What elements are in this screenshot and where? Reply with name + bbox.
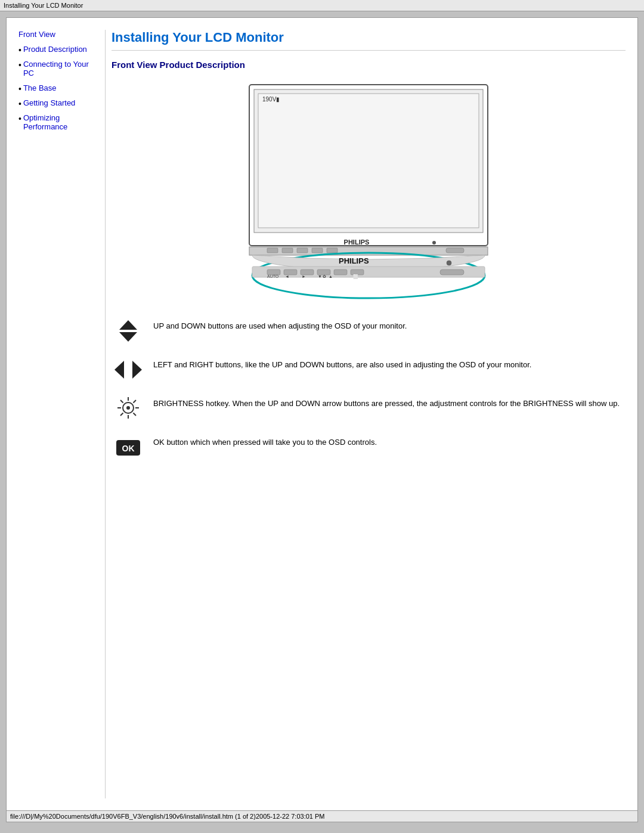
browser-window: Front View • Produt Description • Connec… (6, 17, 638, 822)
svg-text:PHILIPS: PHILIPS (339, 256, 369, 265)
svg-rect-12 (446, 248, 464, 253)
status-bar: file:///D|/My%20Documents/dfu/190V6FB_V3… (7, 810, 637, 822)
base-link[interactable]: The Base (23, 83, 57, 92)
svg-rect-9 (297, 248, 308, 253)
title-bar: Installing Your LCD Monitor (0, 0, 644, 11)
svg-text:◄: ◄ (285, 274, 289, 278)
page-content: Front View • Produt Description • Connec… (7, 18, 637, 810)
svg-rect-8 (282, 248, 293, 253)
svg-point-44 (126, 406, 130, 410)
front-view-link[interactable]: Front View (18, 30, 55, 39)
svg-text:⬜: ⬜ (353, 274, 358, 279)
status-bar-text: file:///D|/My%20Documents/dfu/190V6FB_V3… (10, 813, 324, 820)
bullet-icon: • (18, 60, 21, 70)
sidebar-item-connecting[interactable]: • Connecting to Your PC (18, 60, 99, 80)
svg-marker-33 (114, 361, 124, 379)
started-link[interactable]: Getting Started (23, 98, 75, 107)
brightness-icon (112, 395, 144, 422)
feature-text-updown: UP and DOWN buttons are used when adjust… (153, 317, 407, 332)
svg-line-41 (133, 413, 136, 416)
bullet-icon: • (18, 113, 21, 124)
svg-marker-32 (119, 332, 137, 342)
section-heading: Front View Product Description (112, 60, 626, 70)
produt-link[interactable]: Produt Description (23, 45, 87, 54)
svg-text:190V▮: 190V▮ (262, 96, 280, 103)
svg-text:▼: ▼ (318, 274, 322, 278)
svg-point-5 (432, 241, 436, 244)
connecting-link[interactable]: Connecting to Your PC (23, 60, 99, 78)
svg-marker-34 (132, 361, 142, 379)
svg-marker-31 (119, 320, 137, 330)
svg-rect-23 (440, 270, 464, 275)
sidebar-item-base[interactable]: • The Base (18, 83, 99, 95)
sidebar-item-front-view[interactable]: Front View (18, 30, 99, 41)
feature-item-leftright: LEFT and RIGHT buttons, like the UP and … (112, 356, 626, 383)
svg-text:▲: ▲ (329, 274, 333, 278)
svg-rect-21 (334, 270, 347, 275)
section-divider (112, 50, 626, 51)
performance-link[interactable]: Optimizing Performance (23, 113, 99, 131)
updown-icon (112, 317, 144, 344)
svg-line-42 (133, 400, 136, 403)
feature-text-ok: OK button which when pressed will take y… (153, 433, 377, 448)
svg-rect-7 (267, 248, 278, 253)
bullet-icon: • (18, 98, 21, 109)
feature-list: UP and DOWN buttons are used when adjust… (112, 317, 626, 460)
svg-text:PHILIPS: PHILIPS (344, 239, 370, 246)
svg-point-16 (447, 261, 451, 265)
bullet-icon: • (18, 83, 21, 94)
monitor-svg: 190V▮ PHILIPS (219, 79, 518, 305)
feature-item-brightness: BRIGHTNESS hotkey. When the UP and DOWN … (112, 395, 626, 422)
svg-rect-10 (312, 248, 323, 253)
svg-rect-2 (258, 94, 479, 228)
svg-rect-11 (327, 248, 338, 253)
feature-text-leftright: LEFT and RIGHT buttons, like the UP and … (153, 356, 531, 371)
sidebar-item-performance[interactable]: • Optimizing Performance (18, 113, 99, 134)
feature-item-ok: OK OK button which when pressed will tak… (112, 433, 626, 460)
svg-text:OK: OK (122, 444, 134, 453)
sidebar-item-produt[interactable]: • Produt Description (18, 45, 99, 56)
sidebar-item-started[interactable]: • Getting Started (18, 98, 99, 110)
leftright-icon (112, 356, 144, 383)
svg-line-43 (120, 413, 123, 416)
svg-line-40 (120, 400, 123, 403)
ok-icon: OK (112, 433, 144, 460)
feature-item-updown: UP and DOWN buttons are used when adjust… (112, 317, 626, 344)
title-bar-text: Installing Your LCD Monitor (4, 2, 83, 9)
svg-text:✿: ✿ (323, 274, 326, 278)
page-title: Installing Your LCD Monitor (112, 30, 626, 45)
main-content: Installing Your LCD Monitor Front View P… (105, 30, 626, 798)
feature-text-brightness: BRIGHTNESS hotkey. When the UP and DOWN … (153, 395, 620, 410)
monitor-illustration: 190V▮ PHILIPS (112, 79, 626, 305)
svg-text:►: ► (302, 274, 306, 278)
bullet-icon: • (18, 45, 21, 55)
sidebar: Front View • Produt Description • Connec… (18, 30, 105, 798)
svg-text:AUTO: AUTO (267, 274, 279, 278)
